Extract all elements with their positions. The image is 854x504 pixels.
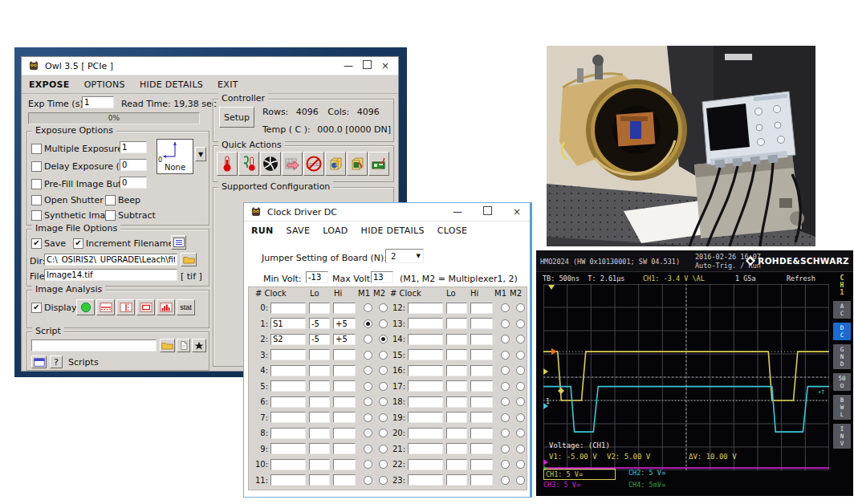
open-shutter-checkbox[interactable]: [31, 195, 42, 205]
clock-clock-input[interactable]: [270, 396, 306, 408]
mux-m1-radio[interactable]: [501, 460, 510, 469]
jumper-setting-select[interactable]: 2 ▼: [385, 249, 424, 263]
minimize-icon[interactable]: —: [342, 59, 355, 72]
clock-clock-input[interactable]: [408, 428, 443, 439]
mux-m2-radio[interactable]: [516, 335, 525, 343]
mux-m1-radio[interactable]: [501, 319, 510, 328]
close-icon[interactable]: ×: [510, 205, 523, 218]
min-volt-input[interactable]: [306, 271, 328, 283]
clock-lo-input[interactable]: [309, 396, 330, 408]
script-input[interactable]: [31, 339, 157, 352]
beep-checkbox[interactable]: [105, 195, 116, 205]
mux-m2-radio[interactable]: [516, 476, 525, 485]
mux-m2-radio[interactable]: [516, 397, 525, 406]
maximize-icon[interactable]: [481, 205, 494, 218]
clock-hi-input[interactable]: [470, 396, 493, 408]
shutter-icon[interactable]: [260, 152, 281, 176]
clock-lo-input[interactable]: [446, 396, 467, 408]
increment-filename-checkbox[interactable]: [73, 238, 83, 249]
clock-lo-input[interactable]: [446, 349, 467, 360]
menu-item-expose[interactable]: EXPOSE: [29, 79, 70, 90]
clock-lo-input[interactable]: [446, 428, 467, 439]
mux-m1-radio[interactable]: [364, 303, 372, 312]
mux-m1-radio[interactable]: [364, 397, 372, 406]
clock-clock-input[interactable]: [408, 396, 443, 408]
mux-m2-radio[interactable]: [516, 429, 525, 437]
stat-button[interactable]: stat: [177, 299, 195, 315]
shutter-mode-dropdown[interactable]: ▼: [195, 147, 206, 161]
mux-m2-radio[interactable]: [516, 366, 525, 375]
mux-m2-radio[interactable]: [379, 476, 388, 485]
clock-lo-input[interactable]: [446, 443, 467, 454]
mux-m1-radio[interactable]: [501, 476, 510, 485]
mux-m2-radio[interactable]: [379, 303, 388, 312]
clock-lo-input[interactable]: [309, 365, 330, 376]
mux-m2-radio[interactable]: [516, 351, 525, 360]
clock-lo-input[interactable]: [309, 318, 330, 329]
clock-clock-input[interactable]: [408, 303, 443, 314]
maximize-icon[interactable]: [360, 59, 373, 72]
clock-clock-input[interactable]: [270, 412, 306, 423]
histogram-icon[interactable]: [157, 299, 175, 315]
script-edit-icon[interactable]: [177, 339, 190, 352]
controller-board-icon[interactable]: [347, 152, 368, 176]
mux-m2-radio[interactable]: [379, 460, 388, 469]
mux-m2-radio[interactable]: [379, 445, 388, 453]
mux-m2-radio[interactable]: [379, 351, 388, 360]
menu-item-options[interactable]: OPTIONS: [84, 79, 125, 90]
clock-hi-input[interactable]: [470, 380, 493, 392]
mux-m1-radio[interactable]: [364, 476, 372, 485]
exp-time-input[interactable]: [82, 96, 114, 108]
clock-clock-input[interactable]: [408, 412, 443, 423]
clock-lo-input[interactable]: [446, 365, 467, 376]
clock-lo-input[interactable]: [309, 459, 330, 470]
multiple-exposure-checkbox[interactable]: [31, 144, 42, 154]
clock-clock-input[interactable]: [408, 380, 443, 392]
mux-m2-radio[interactable]: [379, 397, 388, 406]
circle-roi-icon[interactable]: [76, 299, 95, 315]
clock-clock-input[interactable]: [408, 365, 443, 376]
clock-clock-input[interactable]: [408, 349, 443, 360]
display-checkbox[interactable]: [31, 303, 42, 313]
clock-hi-input[interactable]: [333, 396, 356, 408]
mux-m1-radio[interactable]: [364, 351, 372, 360]
clock-hi-input[interactable]: [470, 428, 493, 439]
mux-m2-radio[interactable]: [379, 429, 388, 437]
clock-hi-input[interactable]: [470, 365, 493, 376]
prefill-buffer-input[interactable]: [120, 177, 147, 189]
clock-clock-input[interactable]: [408, 443, 443, 454]
clock-hi-input[interactable]: [470, 303, 493, 314]
mux-m1-radio[interactable]: [364, 445, 372, 453]
synthetic-image-checkbox[interactable]: [31, 210, 42, 221]
clock-lo-input[interactable]: [446, 303, 467, 314]
area-roi-icon[interactable]: [136, 299, 155, 315]
clock-clock-input[interactable]: [270, 459, 306, 470]
clock-hi-input[interactable]: [333, 303, 356, 314]
clock-lo-input[interactable]: [309, 334, 330, 345]
clock-lo-input[interactable]: [309, 428, 330, 439]
mux-m1-radio[interactable]: [364, 460, 372, 469]
clock-hi-input[interactable]: [333, 459, 356, 470]
clock-clock-input[interactable]: [408, 459, 443, 470]
clock-hi-input[interactable]: [470, 443, 493, 454]
delay-exposure-checkbox[interactable]: [31, 161, 42, 172]
clock-clock-input[interactable]: [408, 474, 443, 486]
clock-hi-input[interactable]: [470, 334, 493, 345]
clock-lo-input[interactable]: [446, 412, 467, 423]
max-volt-input[interactable]: [371, 271, 393, 283]
delay-exposure-input[interactable]: [120, 159, 147, 171]
mux-m1-radio[interactable]: [501, 413, 510, 422]
clock-hi-input[interactable]: [470, 349, 493, 360]
mux-m1-radio[interactable]: [364, 382, 372, 391]
power-supply-icon[interactable]: [325, 152, 346, 176]
clock-lo-input[interactable]: [309, 303, 330, 314]
clock-clock-input[interactable]: [270, 365, 306, 376]
subtract-checkbox[interactable]: [105, 210, 116, 221]
minimize-icon[interactable]: —: [451, 205, 464, 218]
clock-lo-input[interactable]: [309, 412, 330, 423]
mux-m2-radio[interactable]: [516, 413, 525, 422]
clock-lo-input[interactable]: [446, 474, 467, 486]
mux-m1-radio[interactable]: [364, 335, 372, 343]
clock-clock-input[interactable]: [270, 318, 306, 329]
clock-clock-input[interactable]: [270, 474, 306, 486]
